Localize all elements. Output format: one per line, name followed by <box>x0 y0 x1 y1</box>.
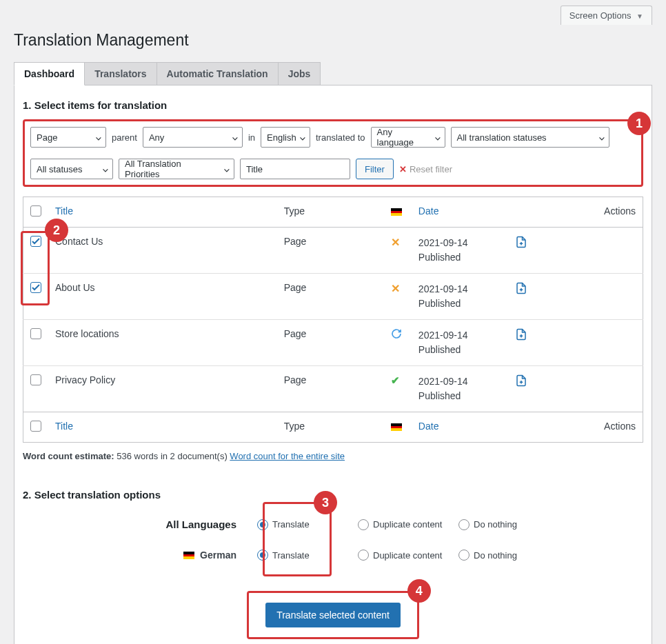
all-duplicate-radio[interactable]: Duplicate content <box>358 519 447 530</box>
add-translation-icon[interactable] <box>515 328 527 341</box>
add-translation-icon[interactable] <box>515 374 527 387</box>
row-status: ✕ <box>384 228 412 274</box>
word-count: Word count estimate: 536 words in 2 docu… <box>23 451 643 461</box>
word-count-prefix: Word count estimate: <box>23 451 114 461</box>
col-actions-footer: Actions <box>508 412 643 443</box>
annotation-badge-3: 3 <box>314 491 337 514</box>
reset-label: Reset filter <box>410 164 452 174</box>
col-language-footer <box>384 412 412 443</box>
screen-options-label: Screen Options <box>569 10 632 21</box>
tab-automatic[interactable]: Automatic Translation <box>157 62 279 85</box>
annotation-box-4: 4 Translate selected content <box>247 591 419 639</box>
row-date: 2021-09-14Published <box>412 366 508 412</box>
translated-icon: ✔ <box>391 374 400 386</box>
row-type: Page <box>277 320 384 366</box>
select-all-checkbox-footer[interactable] <box>30 421 41 432</box>
row-checkbox[interactable] <box>30 282 41 293</box>
german-translate-radio[interactable]: Translate <box>257 550 347 561</box>
col-language <box>384 197 412 228</box>
needs-update-icon <box>391 328 402 341</box>
filter-button[interactable]: Filter <box>356 159 394 179</box>
tabs: Dashboard Translators Automatic Translat… <box>14 62 652 85</box>
row-status <box>384 320 412 366</box>
post-type-select[interactable]: Page <box>30 127 106 148</box>
row-checkbox[interactable] <box>30 328 41 339</box>
row-title: Store locations <box>48 320 277 366</box>
col-actions: Actions <box>508 197 643 228</box>
row-checkbox[interactable] <box>30 236 41 247</box>
add-translation-icon[interactable] <box>515 236 527 248</box>
translation-status-select[interactable]: All translation statuses <box>451 127 609 148</box>
row-date: 2021-09-14Published <box>412 228 508 274</box>
row-title: Privacy Policy <box>48 366 277 412</box>
translate-selected-button[interactable]: Translate selected content <box>265 603 401 627</box>
col-date[interactable]: Date <box>412 197 508 228</box>
tab-jobs[interactable]: Jobs <box>279 62 321 85</box>
row-type: Page <box>277 366 384 412</box>
german-flag-icon <box>391 208 402 216</box>
row-type: Page <box>277 274 384 320</box>
table-row: Store locationsPage2021-09-14Published <box>23 320 643 366</box>
close-icon: ✕ <box>399 164 407 174</box>
row-date: 2021-09-14Published <box>412 274 508 320</box>
word-count-text: 536 words in 2 document(s) <box>117 451 227 461</box>
annotation-badge-2: 2 <box>45 219 68 242</box>
all-translate-radio[interactable]: Translate <box>257 519 347 530</box>
page-title: Translation Management <box>14 25 652 62</box>
col-title-footer[interactable]: Title <box>48 412 277 443</box>
reset-filter-link[interactable]: ✕ Reset filter <box>399 164 452 174</box>
items-table: Title Type Date Actions Contact UsPage✕2… <box>23 197 643 443</box>
table-row: Privacy PolicyPage✔2021-09-14Published <box>23 366 643 412</box>
row-actions <box>508 228 643 274</box>
german-flag-icon <box>183 552 194 559</box>
tab-translators[interactable]: Translators <box>85 62 157 85</box>
col-title[interactable]: Title <box>48 197 277 228</box>
row-title: About Us <box>48 274 277 320</box>
chevron-down-icon: ▼ <box>636 12 643 20</box>
row-status: ✕ <box>384 274 412 320</box>
german-duplicate-radio[interactable]: Duplicate content <box>358 550 447 561</box>
all-nothing-radio[interactable]: Do nothing <box>458 519 548 530</box>
row-status: ✔ <box>384 366 412 412</box>
screen-options-button[interactable]: Screen Options ▼ <box>561 6 652 25</box>
not-translated-icon: ✕ <box>391 283 400 294</box>
priority-select[interactable]: All Translation Priorities <box>119 159 234 179</box>
german-flag-icon <box>391 423 402 431</box>
annotation-badge-4: 4 <box>407 579 431 603</box>
table-row: Contact UsPage✕2021-09-14Published <box>23 228 643 274</box>
col-date-footer[interactable]: Date <box>412 412 508 443</box>
row-actions <box>508 320 643 366</box>
add-translation-icon[interactable] <box>515 282 527 294</box>
col-type: Type <box>277 197 384 228</box>
annotation-badge-1: 1 <box>627 112 651 135</box>
german-nothing-radio[interactable]: Do nothing <box>458 550 548 561</box>
word-count-link[interactable]: Word count for the entire site <box>230 451 345 461</box>
title-input[interactable]: Title <box>240 159 350 179</box>
table-row: About UsPage✕2021-09-14Published <box>23 274 643 320</box>
col-type-footer: Type <box>277 412 384 443</box>
tab-dashboard[interactable]: Dashboard <box>14 62 85 85</box>
row-actions <box>508 366 643 412</box>
row-actions <box>508 274 643 320</box>
to-language-select[interactable]: Any language <box>371 127 445 148</box>
row-checkbox[interactable] <box>30 374 41 385</box>
language-select[interactable]: English <box>261 127 310 148</box>
german-label: German <box>23 550 257 561</box>
select-all-checkbox[interactable] <box>30 205 41 217</box>
in-label: in <box>248 132 255 143</box>
translated-to-label: translated to <box>316 132 365 143</box>
row-type: Page <box>277 228 384 274</box>
parent-select[interactable]: Any <box>143 127 243 148</box>
row-title: Contact Us <box>48 228 277 274</box>
not-translated-icon: ✕ <box>391 237 400 248</box>
parent-label: parent <box>112 132 137 143</box>
status-select[interactable]: All statuses <box>30 159 113 179</box>
step1-heading: 1. Select items for translation <box>23 99 643 111</box>
all-languages-label: All Languages <box>23 519 257 530</box>
row-date: 2021-09-14Published <box>412 320 508 366</box>
filter-box: 1 Page parent Any in English translated … <box>23 119 643 187</box>
